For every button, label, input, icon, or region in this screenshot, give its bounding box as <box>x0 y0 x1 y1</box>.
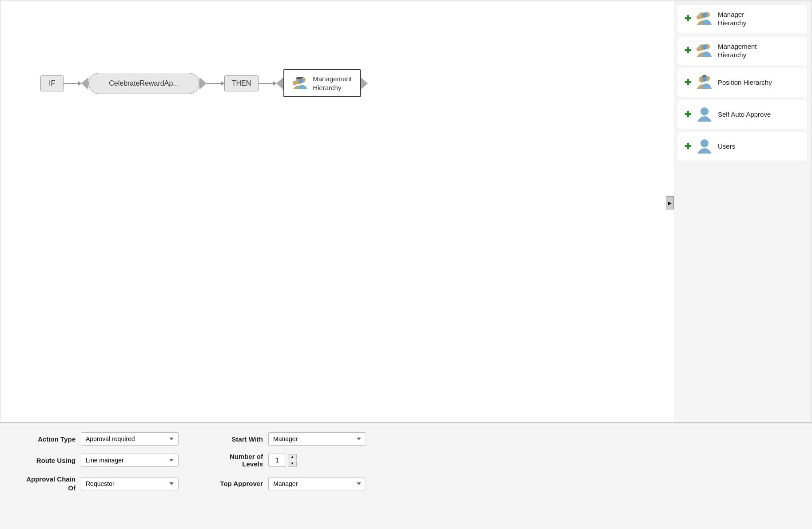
action-type-label: Action Type <box>18 435 76 443</box>
add-manager-hierarchy-btn[interactable]: ✚ <box>685 14 691 24</box>
wf-action-box[interactable]: ManagementHierarchy <box>283 69 361 97</box>
position-hierarchy-label: Position Hierarchy <box>718 78 772 87</box>
number-of-levels-label: Number ofLevels <box>205 453 263 468</box>
action-type-group: Action Type Approval required FYI Reject… <box>18 432 179 446</box>
approval-chain-group: Approval ChainOf Requestor Manager <box>18 475 179 492</box>
diamond-right <box>199 77 207 90</box>
diamond-action-left <box>276 77 283 90</box>
self-auto-approve-icon <box>696 106 713 123</box>
canvas-area: IF CelebrateRewardAp... THEN <box>0 0 812 422</box>
diamond-left <box>81 77 88 90</box>
route-using-select[interactable]: Line manager Position Hierarchy Manageme… <box>81 454 179 467</box>
bottom-row-2: Route Using Line manager Position Hierar… <box>18 453 794 468</box>
number-of-levels-group: Number ofLevels ▲ ▼ <box>205 453 297 468</box>
start-with-select[interactable]: Manager Skip Level Manager <box>268 432 366 446</box>
sidebar-item-self-auto-approve[interactable]: ✚ Self Auto Approve <box>678 100 808 129</box>
stepper-group: ▲ ▼ <box>268 454 297 467</box>
start-with-label: Start With <box>205 435 263 443</box>
svg-point-20 <box>701 107 709 115</box>
wf-arrow-2 <box>207 83 224 84</box>
action-label: ManagementHierarchy <box>313 75 352 92</box>
svg-point-14 <box>702 44 707 50</box>
main-container: IF CelebrateRewardAp... THEN <box>0 0 812 529</box>
levels-input[interactable] <box>268 454 286 467</box>
management-hierarchy-icon <box>696 42 713 59</box>
management-hierarchy-label: ManagementHierarchy <box>718 42 757 59</box>
route-using-label: Route Using <box>18 457 76 464</box>
bottom-row-3: Approval ChainOf Requestor Manager Top A… <box>18 475 794 492</box>
wf-arrow-3 <box>259 83 276 84</box>
start-with-group: Start With Manager Skip Level Manager <box>205 432 366 446</box>
right-sidebar: ✚ ManagerHierarchy ✚ <box>674 0 812 422</box>
levels-up-btn[interactable]: ▲ <box>288 454 297 460</box>
manager-hierarchy-icon <box>696 10 713 28</box>
add-management-hierarchy-btn[interactable]: ✚ <box>685 46 691 55</box>
bottom-row-1: Action Type Approval required FYI Reject… <box>18 432 794 446</box>
svg-point-21 <box>701 139 709 147</box>
wf-condition-ellipse[interactable]: CelebrateRewardAp... <box>88 73 199 94</box>
action-type-select[interactable]: Approval required FYI Rejection <box>81 432 179 446</box>
add-self-auto-approve-btn[interactable]: ✚ <box>685 110 691 119</box>
self-auto-approve-label: Self Auto Approve <box>718 110 771 119</box>
wf-then-box[interactable]: THEN <box>224 75 259 91</box>
top-approver-label: Top Approver <box>205 480 263 487</box>
position-hierarchy-icon <box>696 74 713 91</box>
svg-point-19 <box>702 76 707 82</box>
approval-chain-label: Approval ChainOf <box>18 475 76 492</box>
top-approver-select[interactable]: Manager Skip Level Manager <box>268 477 366 490</box>
levels-down-btn[interactable]: ▼ <box>288 461 297 467</box>
add-position-hierarchy-btn[interactable]: ✚ <box>685 78 691 87</box>
bottom-panel: Action Type Approval required FYI Reject… <box>0 422 812 529</box>
svg-rect-6 <box>299 77 303 78</box>
route-using-group: Route Using Line manager Position Hierar… <box>18 454 179 467</box>
add-users-btn[interactable]: ✚ <box>685 142 691 151</box>
management-hierarchy-canvas-icon <box>292 75 309 92</box>
approval-chain-select[interactable]: Requestor Manager <box>81 477 179 490</box>
sidebar-item-manager-hierarchy[interactable]: ✚ ManagerHierarchy <box>678 4 808 33</box>
sidebar-item-management-hierarchy[interactable]: ✚ ManagementHierarchy <box>678 36 808 65</box>
workflow-canvas[interactable]: IF CelebrateRewardAp... THEN <box>0 0 674 422</box>
users-icon <box>696 138 713 155</box>
diamond-action-right <box>361 77 368 90</box>
scroll-handle[interactable]: ▶ <box>666 196 674 209</box>
workflow-diagram: IF CelebrateRewardAp... THEN <box>40 69 368 97</box>
wf-arrow-1 <box>64 83 81 84</box>
sidebar-item-users[interactable]: ✚ Users <box>678 132 808 161</box>
sidebar-item-position-hierarchy[interactable]: ✚ Position Hierarchy <box>678 68 808 97</box>
svg-point-9 <box>697 15 701 20</box>
manager-hierarchy-label: ManagerHierarchy <box>718 10 746 28</box>
svg-point-10 <box>702 12 707 18</box>
stepper-buttons: ▲ ▼ <box>288 454 297 467</box>
top-approver-group: Top Approver Manager Skip Level Manager <box>205 477 366 490</box>
users-label: Users <box>718 142 735 151</box>
wf-if-box[interactable]: IF <box>40 75 64 91</box>
svg-point-2 <box>293 81 297 85</box>
svg-point-13 <box>697 47 701 51</box>
